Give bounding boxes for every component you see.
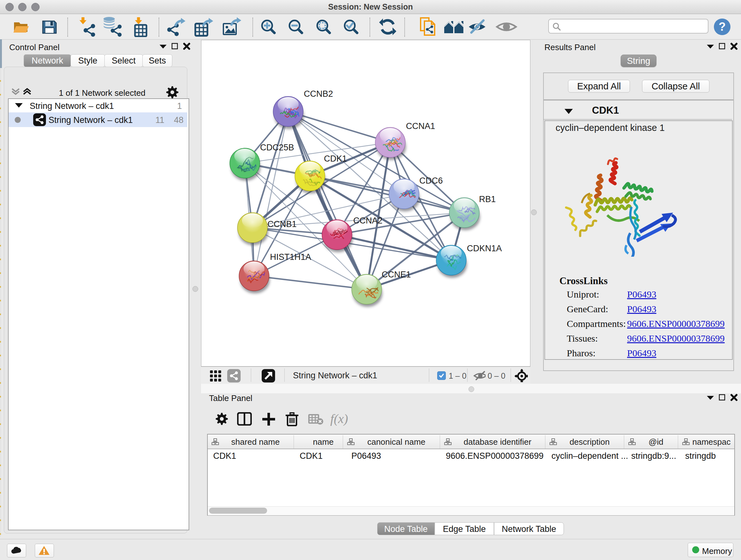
svg-text:CCNB2: CCNB2 — [304, 89, 333, 99]
svg-text:CDK1: CDK1 — [324, 154, 347, 164]
svg-text:CDKN1A: CDKN1A — [467, 244, 502, 253]
svg-text:HIST1H1A: HIST1H1A — [270, 252, 311, 262]
svg-text:CCNA2: CCNA2 — [353, 216, 383, 226]
svg-text:CDC6: CDC6 — [419, 176, 443, 186]
svg-text:CDC25B: CDC25B — [260, 143, 294, 152]
svg-text:CCNA1: CCNA1 — [406, 121, 435, 131]
svg-text:RB1: RB1 — [479, 194, 496, 204]
svg-text:CCNB1: CCNB1 — [267, 219, 297, 229]
svg-text:CCNE1: CCNE1 — [382, 270, 411, 279]
